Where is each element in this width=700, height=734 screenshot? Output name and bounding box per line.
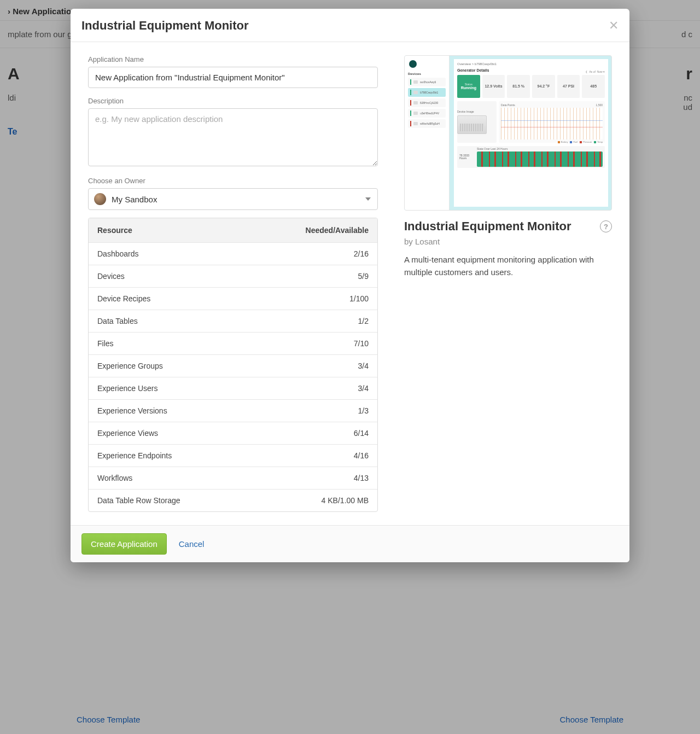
resource-value: 2/16 bbox=[354, 249, 369, 258]
resource-value: 5/9 bbox=[358, 272, 369, 281]
table-row: Workflows4/13 bbox=[89, 467, 377, 489]
preview-crumb: Overview > b798Cwqv0bt1 bbox=[457, 62, 605, 66]
resource-value: 6/14 bbox=[354, 429, 369, 438]
resource-name: Files bbox=[97, 339, 354, 348]
modal-backdrop[interactable]: Industrial Equipment Monitor ✕ Applicati… bbox=[0, 0, 700, 734]
template-modal: Industrial Equipment Monitor ✕ Applicati… bbox=[71, 9, 629, 562]
th-needed: Needed/Available bbox=[306, 226, 369, 235]
table-row: Device Recipes1/100 bbox=[89, 287, 377, 310]
resource-name: Dashboards bbox=[97, 249, 354, 258]
table-row: Data Tables1/2 bbox=[89, 310, 377, 332]
template-preview-image: Devices wu0hovAwy6 b798Cwqv0bt1 8J8HncCj… bbox=[404, 55, 612, 211]
preview-status-card: Status Running bbox=[457, 75, 480, 98]
owner-value: My Sandbox bbox=[112, 195, 157, 204]
resource-name: Data Table Row Storage bbox=[97, 496, 322, 505]
th-resource: Resource bbox=[97, 226, 306, 235]
resource-value: 3/4 bbox=[358, 362, 369, 370]
resource-value: 1/3 bbox=[358, 406, 369, 415]
avatar bbox=[94, 193, 106, 205]
resource-value: 4/16 bbox=[354, 451, 369, 460]
resource-name: Data Tables bbox=[97, 317, 358, 325]
resource-name: Experience Versions bbox=[97, 406, 358, 415]
template-description: A multi-tenant equipment monitoring appl… bbox=[404, 254, 612, 278]
owner-select[interactable]: My Sandbox bbox=[88, 188, 378, 210]
modal-title: Industrial Equipment Monitor bbox=[81, 19, 249, 33]
app-name-input[interactable] bbox=[88, 67, 378, 88]
preview-device-image: Device Image bbox=[457, 101, 497, 143]
table-row: Dashboards2/16 bbox=[89, 242, 377, 265]
preview-sidebar-head: Devices bbox=[408, 72, 446, 75]
resource-name: Workflows bbox=[97, 474, 354, 482]
resource-name: Devices bbox=[97, 272, 358, 281]
resource-value: 1/2 bbox=[358, 317, 369, 325]
chevron-down-icon bbox=[365, 197, 371, 201]
app-name-label: Application Name bbox=[88, 55, 378, 63]
resource-table: Resource Needed/Available Dashboards2/16… bbox=[88, 218, 378, 512]
description-label: Description bbox=[88, 97, 378, 105]
close-icon[interactable]: ✕ bbox=[609, 20, 619, 32]
table-row: Experience Versions1/3 bbox=[89, 399, 377, 422]
table-row: Files7/10 bbox=[89, 332, 377, 354]
description-textarea[interactable] bbox=[88, 108, 378, 166]
template-byline: by Losant bbox=[404, 237, 612, 246]
owner-label: Choose an Owner bbox=[88, 177, 378, 185]
modal-footer: Create Application Cancel bbox=[71, 525, 629, 562]
preview-state-chart: 78.3333 Hours State Over Last 24 Hours bbox=[457, 146, 605, 168]
cancel-button[interactable]: Cancel bbox=[179, 539, 205, 549]
table-row: Experience Views6/14 bbox=[89, 422, 377, 444]
table-row: Experience Endpoints4/16 bbox=[89, 444, 377, 467]
resource-value: 4/13 bbox=[354, 474, 369, 482]
help-icon[interactable]: ? bbox=[600, 220, 612, 232]
resource-value: 4 KB/1.00 MB bbox=[322, 496, 369, 505]
resource-name: Experience Users bbox=[97, 384, 358, 393]
resource-value: 7/10 bbox=[354, 339, 369, 348]
table-row: Experience Users3/4 bbox=[89, 377, 377, 399]
table-row: Data Table Row Storage4 KB/1.00 MB bbox=[89, 489, 377, 511]
resource-name: Experience Groups bbox=[97, 362, 358, 370]
create-application-button[interactable]: Create Application bbox=[81, 533, 167, 555]
table-row: Devices5/9 bbox=[89, 265, 377, 287]
preview-chart: Data Points 1,500 BatteryFuelPressureTem… bbox=[499, 101, 605, 143]
resource-name: Experience Endpoints bbox=[97, 451, 354, 460]
resource-value: 3/4 bbox=[358, 384, 369, 393]
resource-name: Device Recipes bbox=[97, 294, 349, 303]
modal-header: Industrial Equipment Monitor ✕ bbox=[71, 9, 629, 42]
resource-value: 1/100 bbox=[349, 294, 369, 303]
template-name: Industrial Equipment Monitor bbox=[404, 219, 571, 234]
preview-title: Generator Details bbox=[457, 68, 489, 72]
resource-name: Experience Views bbox=[97, 429, 354, 438]
table-row: Experience Groups3/4 bbox=[89, 354, 377, 377]
